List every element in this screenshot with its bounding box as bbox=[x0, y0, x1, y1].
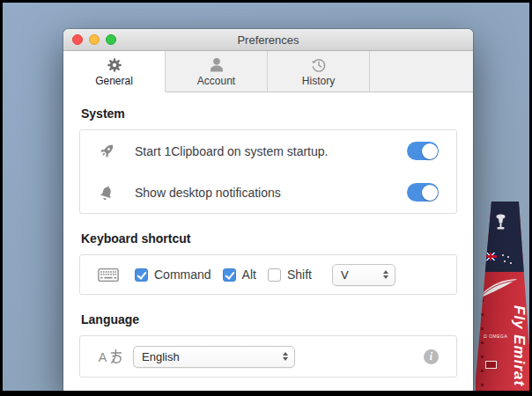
sail-sponsor-text: Ω OMEGA bbox=[484, 334, 507, 340]
bell-icon bbox=[98, 184, 121, 202]
shift-label: Shift bbox=[287, 268, 312, 282]
shortcut-key-select[interactable]: V bbox=[332, 264, 395, 286]
shortcut-row: Command Alt Shift V bbox=[80, 255, 456, 294]
notifications-row: Show desktop notifications bbox=[80, 172, 456, 213]
toggle-knob bbox=[422, 143, 438, 159]
stepper-arrows-icon bbox=[376, 270, 388, 279]
sail-navy-top bbox=[476, 202, 529, 272]
shortcut-key-value: V bbox=[341, 268, 349, 282]
command-label: Command bbox=[154, 268, 211, 282]
startup-label: Start 1Clipboard on system startup. bbox=[135, 144, 328, 158]
language-box: A English bbox=[79, 335, 457, 378]
window-title: Preferences bbox=[237, 33, 299, 47]
minimize-button[interactable] bbox=[89, 34, 100, 45]
history-clock-icon bbox=[310, 55, 328, 74]
traffic-lights bbox=[72, 29, 116, 50]
keyboard-icon bbox=[98, 268, 121, 282]
translate-icon: A bbox=[98, 348, 124, 365]
modifier-alt[interactable]: Alt bbox=[223, 268, 256, 282]
shortcut-box: Command Alt Shift V bbox=[79, 254, 457, 295]
desktop-background: Fly Emirat Ω OMEGA Preferences bbox=[3, 3, 529, 391]
toggle-knob bbox=[422, 185, 438, 201]
titlebar[interactable]: Preferences bbox=[63, 29, 473, 51]
startup-row: Start 1Clipboard on system startup. bbox=[80, 130, 456, 172]
zoom-button[interactable] bbox=[106, 34, 116, 45]
tab-label: Account bbox=[197, 75, 235, 87]
gear-icon bbox=[106, 55, 123, 74]
tab-account[interactable]: Account bbox=[166, 51, 268, 92]
language-row: A English bbox=[80, 336, 456, 377]
modifier-shift[interactable]: Shift bbox=[268, 268, 312, 282]
tab-label: General bbox=[95, 75, 133, 87]
close-button[interactable] bbox=[72, 34, 83, 45]
shift-checkbox[interactable] bbox=[268, 268, 281, 282]
section-heading-system: System bbox=[81, 106, 455, 121]
notifications-label: Show desktop notifications bbox=[135, 186, 281, 200]
americas-cup-trophy-icon bbox=[493, 214, 508, 237]
notifications-toggle[interactable] bbox=[407, 183, 439, 202]
sail-graphic: Fly Emirat Ω OMEGA bbox=[476, 202, 529, 391]
stepper-arrows-icon bbox=[276, 352, 288, 361]
language-value: English bbox=[142, 350, 180, 363]
sail-sponsor-logo bbox=[485, 361, 497, 369]
general-pane: System bbox=[63, 92, 473, 378]
sail-brand-text: Fly Emirat bbox=[510, 305, 528, 386]
screenshot-frame: Fly Emirat Ω OMEGA Preferences bbox=[0, 0, 532, 396]
alt-label: Alt bbox=[242, 268, 256, 282]
svg-text:A: A bbox=[99, 350, 107, 364]
tab-bar-filler bbox=[370, 51, 473, 92]
startup-toggle[interactable] bbox=[407, 142, 439, 160]
southern-cross-stars bbox=[502, 254, 504, 256]
command-checkbox[interactable] bbox=[135, 268, 148, 282]
language-select[interactable]: English bbox=[133, 346, 295, 368]
section-heading-language: Language bbox=[81, 312, 455, 326]
rocket-icon bbox=[98, 142, 121, 160]
modifier-command[interactable]: Command bbox=[135, 268, 211, 282]
tab-label: History bbox=[302, 75, 335, 87]
preferences-window: Preferences General bbox=[63, 29, 473, 391]
tab-bar: General Account bbox=[63, 51, 473, 92]
alt-checkbox[interactable] bbox=[223, 268, 236, 282]
sail-seam-marks bbox=[481, 274, 484, 391]
tab-general[interactable]: General bbox=[63, 51, 166, 92]
person-icon bbox=[208, 55, 225, 74]
nz-flag-icon bbox=[484, 253, 497, 260]
section-heading-shortcut: Keyboard shortcut bbox=[81, 231, 455, 246]
system-box: Start 1Clipboard on system startup. bbox=[79, 129, 457, 214]
tab-history[interactable]: History bbox=[268, 51, 370, 92]
info-icon[interactable]: i bbox=[424, 349, 439, 364]
